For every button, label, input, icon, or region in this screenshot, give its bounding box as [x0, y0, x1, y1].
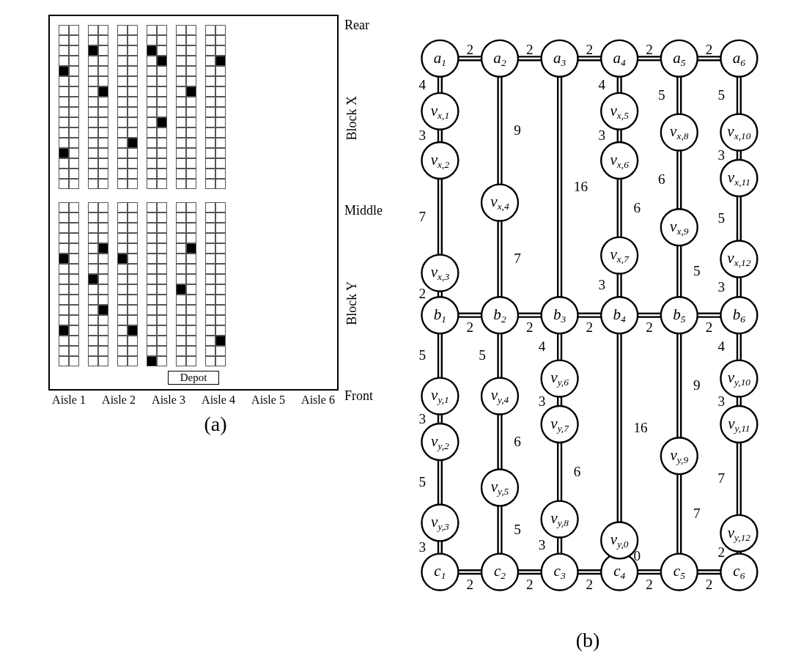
svg-text:2: 2	[646, 319, 653, 335]
svg-text:2: 2	[466, 319, 473, 335]
panel-b: 4372971643635655353535356543631609743722…	[412, 15, 764, 652]
warehouse-box: Depot	[48, 15, 339, 391]
svg-text:3: 3	[539, 537, 546, 552]
svg-text:3: 3	[419, 411, 427, 426]
svg-text:6: 6	[633, 200, 641, 215]
panel-a: Depot Aisle 1Aisle 2Aisle 3Aisle 4Aisle …	[48, 15, 383, 652]
caption-a: (a)	[204, 413, 226, 436]
graph-svg: 4372971643635655353535356543631609743722…	[412, 15, 764, 623]
svg-text:6: 6	[574, 464, 581, 479]
svg-text:2: 2	[526, 319, 534, 335]
svg-text:5: 5	[419, 347, 427, 363]
svg-text:2: 2	[466, 42, 473, 57]
svg-text:16: 16	[574, 179, 588, 194]
svg-text:7: 7	[718, 470, 726, 486]
caption-b: (b)	[576, 629, 600, 652]
svg-text:2: 2	[526, 577, 534, 592]
svg-text:2: 2	[586, 42, 594, 57]
svg-text:3: 3	[419, 127, 427, 143]
svg-text:3: 3	[718, 279, 726, 295]
svg-text:2: 2	[586, 577, 594, 592]
svg-text:4: 4	[718, 339, 726, 354]
svg-text:3: 3	[718, 147, 726, 163]
svg-text:5: 5	[658, 87, 665, 103]
svg-text:2: 2	[419, 286, 427, 301]
svg-text:2: 2	[646, 577, 653, 592]
svg-text:3: 3	[598, 277, 605, 292]
svg-text:4: 4	[419, 77, 427, 92]
svg-text:2: 2	[526, 42, 534, 57]
svg-text:5: 5	[718, 87, 726, 103]
svg-text:7: 7	[419, 209, 427, 224]
svg-text:9: 9	[693, 377, 701, 393]
depot-label: Depot	[168, 371, 219, 385]
svg-text:3: 3	[539, 393, 546, 409]
svg-text:7: 7	[693, 506, 701, 521]
block-x	[59, 25, 328, 189]
svg-text:4: 4	[598, 77, 605, 92]
svg-text:5: 5	[419, 474, 427, 489]
svg-text:4: 4	[539, 339, 546, 354]
svg-text:2: 2	[706, 319, 713, 335]
svg-text:2: 2	[706, 42, 713, 57]
svg-text:2: 2	[586, 319, 594, 335]
aisle-labels: Aisle 1Aisle 2Aisle 3Aisle 4Aisle 5Aisle…	[48, 393, 339, 407]
svg-text:5: 5	[514, 522, 521, 537]
svg-text:7: 7	[514, 251, 521, 266]
svg-text:5: 5	[718, 210, 726, 226]
svg-text:2: 2	[646, 42, 653, 57]
svg-text:9: 9	[514, 122, 521, 138]
svg-text:6: 6	[514, 434, 521, 449]
svg-text:16: 16	[633, 420, 648, 435]
svg-text:2: 2	[466, 577, 473, 592]
svg-text:5: 5	[479, 347, 486, 363]
svg-text:2: 2	[706, 577, 713, 592]
svg-text:6: 6	[658, 171, 665, 187]
side-labels: RearBlock XMiddleBlock YFront	[339, 15, 383, 407]
svg-text:5: 5	[693, 263, 701, 278]
svg-text:2: 2	[718, 544, 726, 560]
svg-text:3: 3	[718, 393, 726, 409]
svg-text:3: 3	[598, 127, 605, 143]
svg-text:3: 3	[419, 539, 427, 555]
block-y	[59, 202, 328, 366]
